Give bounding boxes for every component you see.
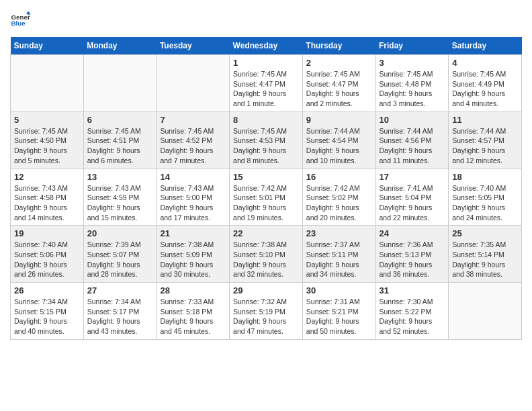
calendar-cell: 15Sunrise: 7:42 AM Sunset: 5:01 PM Dayli… — [230, 169, 303, 226]
svg-text:Blue: Blue — [11, 19, 26, 27]
calendar-cell: 16Sunrise: 7:42 AM Sunset: 5:02 PM Dayli… — [302, 169, 375, 226]
day-header-saturday: Saturday — [449, 37, 522, 55]
week-row-4: 19Sunrise: 7:40 AM Sunset: 5:06 PM Dayli… — [11, 226, 522, 283]
calendar-cell: 29Sunrise: 7:32 AM Sunset: 5:19 PM Dayli… — [230, 283, 303, 340]
day-number: 9 — [306, 115, 372, 125]
day-header-monday: Monday — [83, 37, 157, 55]
calendar-cell: 31Sunrise: 7:30 AM Sunset: 5:22 PM Dayli… — [375, 283, 449, 340]
day-info: Sunrise: 7:41 AM Sunset: 5:04 PM Dayligh… — [380, 183, 445, 223]
calendar-cell: 8Sunrise: 7:45 AM Sunset: 4:53 PM Daylig… — [230, 111, 303, 169]
header: General Blue — [10, 10, 522, 30]
calendar-cell: 22Sunrise: 7:38 AM Sunset: 5:10 PM Dayli… — [230, 226, 303, 283]
day-info: Sunrise: 7:40 AM Sunset: 5:05 PM Dayligh… — [452, 183, 518, 223]
day-header-friday: Friday — [375, 37, 449, 55]
day-number: 4 — [452, 58, 518, 68]
day-info: Sunrise: 7:45 AM Sunset: 4:48 PM Dayligh… — [380, 69, 445, 109]
calendar-cell: 5Sunrise: 7:45 AM Sunset: 4:50 PM Daylig… — [11, 111, 84, 169]
calendar-cell: 24Sunrise: 7:36 AM Sunset: 5:13 PM Dayli… — [375, 226, 449, 283]
day-number: 10 — [380, 115, 445, 125]
day-header-wednesday: Wednesday — [230, 37, 303, 55]
day-info: Sunrise: 7:43 AM Sunset: 5:00 PM Dayligh… — [160, 183, 226, 223]
calendar-cell: 10Sunrise: 7:44 AM Sunset: 4:56 PM Dayli… — [375, 111, 449, 169]
calendar-cell: 28Sunrise: 7:33 AM Sunset: 5:18 PM Dayli… — [157, 283, 230, 340]
calendar-cell: 30Sunrise: 7:31 AM Sunset: 5:21 PM Dayli… — [302, 283, 375, 340]
day-info: Sunrise: 7:45 AM Sunset: 4:49 PM Dayligh… — [452, 69, 518, 109]
day-number: 13 — [87, 172, 153, 182]
week-row-1: 1Sunrise: 7:45 AM Sunset: 4:47 PM Daylig… — [11, 55, 522, 112]
calendar-cell: 20Sunrise: 7:39 AM Sunset: 5:07 PM Dayli… — [83, 226, 157, 283]
day-number: 30 — [306, 285, 372, 295]
day-number: 31 — [380, 285, 445, 295]
day-info: Sunrise: 7:39 AM Sunset: 5:07 PM Dayligh… — [87, 240, 153, 279]
day-info: Sunrise: 7:45 AM Sunset: 4:53 PM Dayligh… — [233, 126, 299, 166]
day-info: Sunrise: 7:35 AM Sunset: 5:14 PM Dayligh… — [452, 240, 518, 279]
day-number: 17 — [380, 172, 445, 182]
day-number: 5 — [14, 115, 80, 125]
day-info: Sunrise: 7:45 AM Sunset: 4:47 PM Dayligh… — [233, 69, 299, 109]
day-number: 28 — [160, 285, 226, 295]
calendar-cell — [157, 55, 230, 112]
day-info: Sunrise: 7:45 AM Sunset: 4:52 PM Dayligh… — [160, 126, 226, 166]
day-number: 7 — [160, 115, 226, 125]
day-header-sunday: Sunday — [11, 37, 84, 55]
calendar-cell: 7Sunrise: 7:45 AM Sunset: 4:52 PM Daylig… — [157, 111, 230, 169]
day-number: 27 — [87, 285, 153, 295]
calendar-cell: 23Sunrise: 7:37 AM Sunset: 5:11 PM Dayli… — [302, 226, 375, 283]
day-info: Sunrise: 7:42 AM Sunset: 5:02 PM Dayligh… — [306, 183, 372, 223]
day-number: 21 — [160, 228, 226, 238]
day-number: 22 — [233, 228, 299, 238]
calendar-cell — [449, 283, 522, 340]
day-info: Sunrise: 7:43 AM Sunset: 4:58 PM Dayligh… — [14, 183, 80, 223]
calendar-cell — [11, 55, 84, 112]
header-row: SundayMondayTuesdayWednesdayThursdayFrid… — [11, 37, 522, 55]
day-number: 26 — [14, 285, 80, 295]
calendar-cell: 21Sunrise: 7:38 AM Sunset: 5:09 PM Dayli… — [157, 226, 230, 283]
day-number: 8 — [233, 115, 299, 125]
calendar-cell: 9Sunrise: 7:44 AM Sunset: 4:54 PM Daylig… — [302, 111, 375, 169]
day-number: 23 — [306, 228, 372, 238]
day-number: 24 — [380, 228, 445, 238]
day-info: Sunrise: 7:30 AM Sunset: 5:22 PM Dayligh… — [380, 297, 445, 336]
day-number: 14 — [160, 172, 226, 182]
calendar-cell: 1Sunrise: 7:45 AM Sunset: 4:47 PM Daylig… — [230, 55, 303, 112]
day-info: Sunrise: 7:38 AM Sunset: 5:09 PM Dayligh… — [160, 240, 226, 279]
day-info: Sunrise: 7:45 AM Sunset: 4:50 PM Dayligh… — [14, 126, 80, 166]
day-info: Sunrise: 7:45 AM Sunset: 4:47 PM Dayligh… — [306, 69, 372, 109]
day-info: Sunrise: 7:45 AM Sunset: 4:51 PM Dayligh… — [87, 126, 153, 166]
day-info: Sunrise: 7:43 AM Sunset: 4:59 PM Dayligh… — [87, 183, 153, 223]
day-info: Sunrise: 7:42 AM Sunset: 5:01 PM Dayligh… — [233, 183, 299, 223]
day-info: Sunrise: 7:34 AM Sunset: 5:17 PM Dayligh… — [87, 297, 153, 336]
day-number: 29 — [233, 285, 299, 295]
day-number: 12 — [14, 172, 80, 182]
day-number: 19 — [14, 228, 80, 238]
calendar-cell: 18Sunrise: 7:40 AM Sunset: 5:05 PM Dayli… — [449, 169, 522, 226]
logo: General Blue — [10, 10, 30, 30]
day-number: 3 — [380, 58, 445, 68]
calendar-cell: 19Sunrise: 7:40 AM Sunset: 5:06 PM Dayli… — [11, 226, 84, 283]
day-info: Sunrise: 7:32 AM Sunset: 5:19 PM Dayligh… — [233, 297, 299, 336]
week-row-3: 12Sunrise: 7:43 AM Sunset: 4:58 PM Dayli… — [11, 169, 522, 226]
day-info: Sunrise: 7:44 AM Sunset: 4:56 PM Dayligh… — [380, 126, 445, 166]
day-info: Sunrise: 7:36 AM Sunset: 5:13 PM Dayligh… — [380, 240, 445, 279]
day-number: 11 — [452, 115, 518, 125]
day-number: 2 — [306, 58, 372, 68]
day-info: Sunrise: 7:37 AM Sunset: 5:11 PM Dayligh… — [306, 240, 372, 279]
calendar-cell — [83, 55, 157, 112]
day-number: 1 — [233, 58, 299, 68]
calendar-table: SundayMondayTuesdayWednesdayThursdayFrid… — [10, 37, 522, 340]
day-number: 18 — [452, 172, 518, 182]
calendar-cell: 2Sunrise: 7:45 AM Sunset: 4:47 PM Daylig… — [302, 55, 375, 112]
day-info: Sunrise: 7:40 AM Sunset: 5:06 PM Dayligh… — [14, 240, 80, 279]
day-info: Sunrise: 7:34 AM Sunset: 5:15 PM Dayligh… — [14, 297, 80, 336]
day-number: 20 — [87, 228, 153, 238]
day-header-thursday: Thursday — [302, 37, 375, 55]
logo-icon: General Blue — [10, 10, 30, 30]
calendar-cell: 25Sunrise: 7:35 AM Sunset: 5:14 PM Dayli… — [449, 226, 522, 283]
week-row-5: 26Sunrise: 7:34 AM Sunset: 5:15 PM Dayli… — [11, 283, 522, 340]
calendar-cell: 4Sunrise: 7:45 AM Sunset: 4:49 PM Daylig… — [449, 55, 522, 112]
calendar-cell: 3Sunrise: 7:45 AM Sunset: 4:48 PM Daylig… — [375, 55, 449, 112]
day-info: Sunrise: 7:44 AM Sunset: 4:54 PM Dayligh… — [306, 126, 372, 166]
calendar-cell: 27Sunrise: 7:34 AM Sunset: 5:17 PM Dayli… — [83, 283, 157, 340]
day-number: 15 — [233, 172, 299, 182]
calendar-cell: 6Sunrise: 7:45 AM Sunset: 4:51 PM Daylig… — [83, 111, 157, 169]
